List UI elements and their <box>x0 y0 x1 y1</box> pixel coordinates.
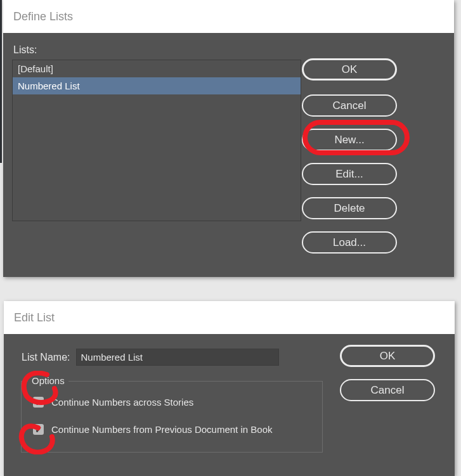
checkbox-icon[interactable]: ✓ <box>33 424 44 435</box>
list-item[interactable]: Numbered List <box>13 77 301 94</box>
load-button[interactable]: Load... <box>302 231 397 254</box>
list-item-label: [Default] <box>18 63 53 74</box>
cancel-button[interactable]: Cancel <box>340 379 435 401</box>
app-left-strip <box>0 0 2 163</box>
edit-list-titlebar: Edit List <box>4 301 455 334</box>
define-lists-title: Define Lists <box>13 10 73 23</box>
options-fieldset: Options ✓ Continue Numbers across Storie… <box>21 381 323 453</box>
list-item[interactable]: [Default] <box>13 60 301 77</box>
edit-list-buttons: OK Cancel <box>340 345 435 413</box>
new-button-label: New... <box>334 134 364 145</box>
lists-listbox[interactable]: [Default] Numbered List <box>12 60 301 221</box>
list-name-input[interactable] <box>76 349 279 366</box>
ok-button[interactable]: OK <box>302 58 397 80</box>
option-label: Continue Numbers from Previous Document … <box>51 424 273 435</box>
edit-list-dialog: Edit List List Name: OK Cancel Options ✓… <box>4 301 455 476</box>
edit-list-title: Edit List <box>14 311 55 325</box>
lists-label: Lists: <box>13 44 37 56</box>
cancel-button[interactable]: Cancel <box>302 94 397 117</box>
load-button-label: Load... <box>333 237 366 248</box>
list-item-label: Numbered List <box>18 80 80 91</box>
ok-button[interactable]: OK <box>340 345 435 367</box>
option-continue-previous-doc[interactable]: ✓ Continue Numbers from Previous Documen… <box>33 424 273 435</box>
edit-button-label: Edit... <box>335 169 363 179</box>
delete-button[interactable]: Delete <box>302 197 397 219</box>
list-name-label: List Name: <box>22 352 70 363</box>
list-name-row: List Name: <box>22 349 279 366</box>
ok-button-label: OK <box>342 64 358 75</box>
define-lists-titlebar: Define Lists <box>3 0 454 33</box>
cancel-button-label: Cancel <box>333 100 367 111</box>
options-legend: Options <box>28 375 68 386</box>
option-continue-across-stories[interactable]: ✓ Continue Numbers across Stories <box>33 397 193 408</box>
edit-button[interactable]: Edit... <box>302 163 397 185</box>
ok-button-label: OK <box>380 351 396 361</box>
checkbox-icon[interactable]: ✓ <box>33 397 44 408</box>
cancel-button-label: Cancel <box>371 385 405 396</box>
option-label: Continue Numbers across Stories <box>51 397 193 408</box>
define-lists-buttons: OK Cancel New... Edit... Delete Load... <box>302 58 433 266</box>
new-button[interactable]: New... <box>302 129 397 151</box>
delete-button-label: Delete <box>334 203 365 214</box>
define-lists-dialog: Define Lists Lists: [Default] Numbered L… <box>3 0 454 277</box>
